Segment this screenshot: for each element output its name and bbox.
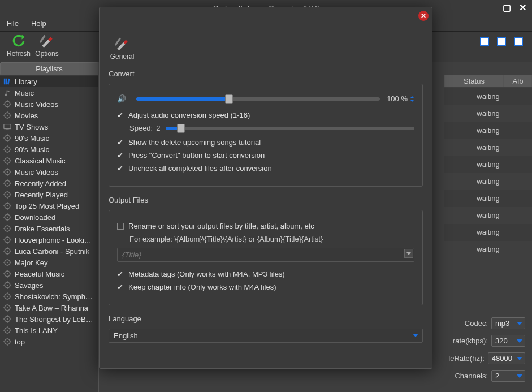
- playlists-header: Playlists: [0, 62, 98, 75]
- chevron-down-icon: [517, 322, 522, 325]
- sidebar-item-12[interactable]: Downloaded: [0, 212, 98, 223]
- svg-point-75: [7, 239, 8, 241]
- playlist-icon: [3, 145, 11, 153]
- volume-slider[interactable]: [136, 97, 380, 101]
- playlist-icon: [3, 213, 11, 221]
- section-language-title: Language: [109, 315, 423, 323]
- sidebar-item-2[interactable]: Music Videos: [0, 98, 98, 110]
- options-label: Options: [35, 50, 58, 58]
- chevron-down-icon: [517, 357, 522, 360]
- samplerate-select[interactable]: 48000: [488, 352, 525, 364]
- dialog-close-button[interactable]: ✕: [418, 11, 429, 21]
- sidebar-item-20[interactable]: Take A Bow – Rihanna: [0, 302, 98, 313]
- sidebar-item-3[interactable]: Movies: [0, 110, 98, 121]
- section-output: Rename or sort your output files by titl…: [109, 210, 423, 305]
- speed-label: Speed:: [129, 124, 153, 132]
- playlist-label: Drake Essentials: [15, 225, 70, 233]
- check-icon: ✔: [117, 283, 124, 291]
- sidebar-item-7[interactable]: Classical Music: [0, 155, 98, 166]
- toggle-check-3[interactable]: [514, 37, 523, 46]
- playlist-label: 90's Music: [15, 134, 49, 143]
- menu-help[interactable]: Help: [31, 19, 46, 28]
- sidebar-item-16[interactable]: Major Key: [0, 257, 98, 268]
- sidebar-item-6[interactable]: 90's Music: [0, 144, 98, 155]
- filename-format-input[interactable]: [117, 248, 414, 262]
- codec-select[interactable]: mp3: [491, 317, 525, 329]
- sidebar-item-8[interactable]: Music Videos: [0, 166, 98, 178]
- tab-general[interactable]: General: [106, 36, 138, 61]
- options-dialog: ✕ General Convert 🔊 100 %: [99, 7, 432, 369]
- checkbox-uncheck-completed[interactable]: ✔ Uncheck all completed files after conv…: [117, 164, 414, 173]
- volume-spinner[interactable]: [410, 96, 414, 102]
- codec-label: Codec:: [465, 319, 488, 328]
- sidebar-item-13[interactable]: Drake Essentials: [0, 223, 98, 234]
- playlist-label: Movies: [15, 111, 38, 120]
- checkbox-press-convert[interactable]: ✔ Press "Convert" button to start conver…: [117, 151, 414, 160]
- playlist-icon: [3, 111, 11, 119]
- checkbox-show-tutorial[interactable]: ✔ Show the delete upcoming songs tutoria…: [117, 138, 414, 147]
- menu-file[interactable]: File: [7, 19, 19, 28]
- minimize-button[interactable]: __: [486, 2, 496, 13]
- chevron-down-icon: [517, 339, 522, 343]
- playlist-icon: [3, 338, 11, 346]
- options-button[interactable]: Options: [33, 33, 61, 58]
- checkbox-metadata[interactable]: ✔ Metadata tags (Only works with M4A, MP…: [117, 270, 414, 278]
- volume-thumb[interactable]: [225, 94, 233, 104]
- checkbox-chapter[interactable]: ✔ Keep chapter info (Only works with M4A…: [117, 283, 414, 291]
- table-row-status: waiting: [444, 156, 532, 173]
- checkbox-rename[interactable]: Rename or sort your output files by titl…: [117, 222, 414, 230]
- maximize-button[interactable]: ▢: [501, 2, 512, 13]
- speed-slider[interactable]: [166, 127, 414, 130]
- table-row-status: waiting: [444, 139, 532, 156]
- column-status[interactable]: Status: [444, 75, 504, 87]
- sidebar-item-21[interactable]: The Strongest by LeBron J: [0, 313, 98, 325]
- sidebar-item-9[interactable]: Recently Added: [0, 178, 98, 189]
- playlist-label: Shostakovich: Symphony: [15, 292, 95, 301]
- chevron-down-icon: [406, 252, 411, 255]
- sidebar-item-5[interactable]: 90's Music: [0, 132, 98, 144]
- sidebar-item-22[interactable]: This Is LANY: [0, 325, 98, 336]
- svg-point-129: [7, 341, 8, 343]
- toggle-check-2[interactable]: [497, 37, 506, 46]
- sidebar-item-19[interactable]: Shostakovich: Symphony: [0, 291, 98, 302]
- sidebar-item-11[interactable]: Top 25 Most Played: [0, 200, 98, 212]
- playlist-label: The Strongest by LeBron J: [15, 315, 95, 324]
- playlist-icon: [3, 77, 11, 85]
- svg-rect-3: [7, 79, 10, 85]
- refresh-icon: [11, 33, 27, 49]
- playlist-label: Major Key: [15, 259, 48, 267]
- toggle-check-1[interactable]: [480, 37, 489, 46]
- output-settings: Codec: mp3 rate(kbps): 320 leRate(hz): 4…: [440, 312, 525, 387]
- chevron-down-icon: [413, 334, 418, 337]
- speed-thumb[interactable]: [177, 124, 185, 133]
- checkbox-adjust-speed[interactable]: ✔ Adjust audio conversion speed (1-16): [117, 111, 414, 119]
- tab-general-label: General: [110, 53, 135, 61]
- bitrate-select[interactable]: 320: [491, 335, 525, 347]
- sidebar-item-18[interactable]: Savages: [0, 279, 98, 291]
- playlist-label: Recently Played: [15, 191, 68, 199]
- sidebar-item-1[interactable]: Music: [0, 87, 98, 98]
- sidebar-item-10[interactable]: Recently Played: [0, 189, 98, 200]
- sidebar-item-23[interactable]: top: [0, 336, 98, 347]
- sidebar-item-0[interactable]: Library: [0, 76, 98, 87]
- playlist-icon: [3, 270, 11, 278]
- refresh-button[interactable]: Refresh: [5, 33, 33, 58]
- svg-point-69: [7, 228, 8, 230]
- status-column: waitingwaitingwaitingwaitingwaitingwaiti…: [444, 88, 532, 258]
- sidebar-item-14[interactable]: Hooverphonic - Looking f: [0, 234, 98, 245]
- sidebar-item-15[interactable]: Luca Carboni - Sputnik: [0, 245, 98, 257]
- language-select[interactable]: English: [109, 329, 423, 343]
- playlist-icon: [3, 179, 11, 187]
- playlist-label: This Is LANY: [15, 326, 58, 335]
- close-button[interactable]: ✕: [517, 2, 527, 13]
- rename-example: For example: \{Album}\{Title}\{Artist} o…: [129, 235, 414, 243]
- bitrate-label: rate(kbps):: [453, 337, 488, 345]
- playlist-label: Music Videos: [15, 100, 58, 109]
- filename-dropdown-button[interactable]: [404, 249, 413, 258]
- sidebar-item-17[interactable]: Peaceful Music: [0, 268, 98, 279]
- playlist-label: Music Videos: [15, 168, 58, 176]
- channels-select[interactable]: 2: [491, 370, 525, 382]
- chevron-up-icon: [410, 96, 414, 98]
- sidebar-item-4[interactable]: TV Shows: [0, 121, 98, 132]
- column-album[interactable]: Alb: [504, 75, 532, 87]
